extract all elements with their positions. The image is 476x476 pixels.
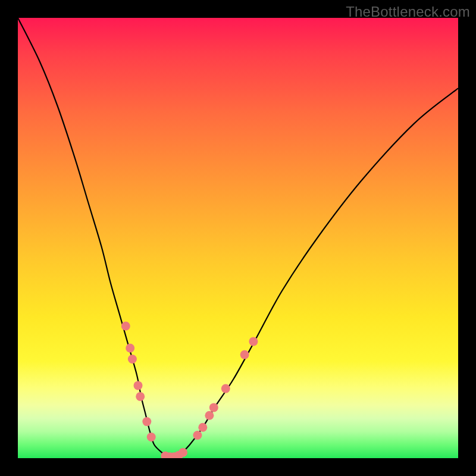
data-point <box>147 433 156 441</box>
data-point <box>193 431 202 440</box>
data-point <box>128 355 137 364</box>
bottleneck-curve <box>18 18 458 458</box>
data-point <box>178 448 187 457</box>
data-point <box>134 381 143 390</box>
data-point <box>198 423 207 432</box>
data-point <box>240 350 249 359</box>
data-point <box>205 411 214 420</box>
data-point <box>136 392 145 401</box>
data-point <box>126 344 134 353</box>
data-point <box>221 384 230 393</box>
plot-area <box>18 18 458 458</box>
data-point <box>142 417 151 426</box>
watermark: TheBottleneck.com <box>346 4 470 20</box>
data-point <box>249 337 258 346</box>
data-point <box>121 322 130 331</box>
chart-overlay <box>18 18 458 458</box>
data-points <box>121 322 258 459</box>
chart-frame: TheBottleneck.com <box>0 0 476 476</box>
data-point <box>209 403 218 412</box>
